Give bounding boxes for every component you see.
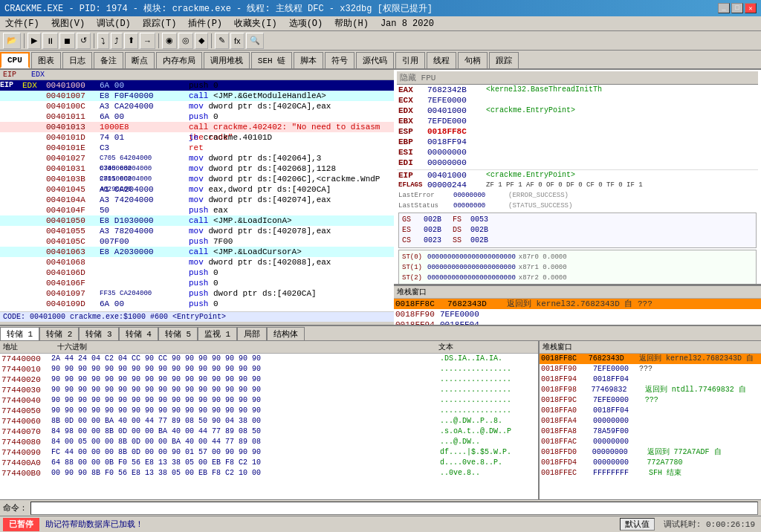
seg-es-val[interactable]: 002B — [424, 225, 450, 236]
menu-debug[interactable]: 调试(D) — [94, 16, 133, 30]
toolbar-step-over[interactable]: ⤴ — [111, 33, 123, 49]
toolbar-edit[interactable]: ✎ — [215, 33, 229, 49]
toolbar-stop[interactable]: ⏹ — [59, 33, 75, 49]
reg-esi[interactable]: ESI 00000000 — [397, 147, 758, 158]
toolbar-hw-bp[interactable]: ◎ — [178, 33, 193, 49]
tab-graph[interactable]: 图表 — [31, 52, 61, 68]
bottom-tab-local[interactable]: 局部 — [237, 327, 267, 340]
hex-row-5[interactable]: 77440050 90 90 90 90 90 90 90 90 90 90 9… — [0, 406, 538, 416]
maximize-button[interactable]: □ — [731, 3, 743, 13]
hex-row-2[interactable]: 77440020 90 90 90 90 90 90 90 90 90 90 9… — [0, 374, 538, 385]
toolbar-open[interactable]: 📂 — [3, 33, 21, 49]
disasm-row-15[interactable]: 0040105C 007F00 push 7F00 — [0, 236, 394, 247]
toolbar-restart[interactable]: ↺ — [77, 33, 91, 49]
disasm-row-5[interactable]: 0040101D 74 01 je crackme.40101D — [0, 132, 394, 143]
seg-gs-val[interactable]: 002B — [424, 215, 450, 225]
cmd-input[interactable] — [30, 502, 758, 515]
tab-trace[interactable]: 跟踪 — [489, 52, 519, 68]
disasm-row-21[interactable]: 0040109D 6A 00 push 0 — [0, 299, 394, 309]
tab-threads[interactable]: 线程 — [427, 52, 456, 68]
disasm-row-2[interactable]: 0040100C A3 CA204000 mov dword ptr ds:[4… — [0, 101, 394, 111]
reg-ebp[interactable]: EBP 0018FF94 — [397, 137, 758, 147]
menu-plugin[interactable]: 插件(P) — [186, 16, 224, 30]
hex-row-1[interactable]: 77440010 90 90 90 90 90 90 90 90 90 90 9… — [0, 364, 538, 374]
bottom-tab-dump5[interactable]: 转储 5 — [158, 327, 198, 340]
reg-edi[interactable]: EDI 00000000 — [397, 158, 758, 168]
reg-eax[interactable]: EAX 7682342B <kernel32.BaseThreadInitTh — [397, 85, 758, 95]
reg-eflags[interactable]: EFLAGS 00000244 ZF 1 PF 1 AF 0 OF 0 DF 0… — [397, 180, 758, 190]
reg-eflags-val[interactable]: 00000244 — [427, 180, 483, 190]
fpu-st1[interactable]: ST(1) 0000000000000000000000 x87r1 0.000… — [401, 262, 754, 273]
tab-callstack[interactable]: 调用堆栈 — [204, 52, 250, 68]
disasm-row-1[interactable]: 00401007 E8 F0F40000 call <JMP.&GetModul… — [0, 91, 394, 101]
menu-favorites[interactable]: 收藏夹(I) — [232, 16, 279, 30]
disasm-row-6[interactable]: 0040101E C3 ret — [0, 143, 394, 153]
seg-ss-val[interactable]: 002B — [470, 236, 488, 246]
disasm-row-13[interactable]: 00401050 E8 D1030000 call <JMP.&LoadIcon… — [0, 215, 394, 226]
fpu-st2-val[interactable]: 0000000000000000000000 — [427, 273, 516, 283]
fpu-st0[interactable]: ST(0) 0000000000000000000000 x87r0 0.000… — [401, 252, 754, 262]
menu-options[interactable]: 选项(O) — [287, 16, 326, 30]
disasm-row-0[interactable]: EIP EDX 00401000 6A 00 push 0 — [0, 80, 394, 91]
disasm-row-10[interactable]: 00401045 A1 CA204000 mov eax,dword ptr d… — [0, 184, 394, 195]
status-default[interactable]: 默认值 — [620, 518, 655, 531]
tab-log[interactable]: 日志 — [62, 52, 92, 68]
disasm-row-17[interactable]: 00401068 mov dword ptr ds:[402088],eax — [0, 257, 394, 267]
disasm-row-7[interactable]: 00401027 C705 64204000 03400000 mov dwor… — [0, 153, 394, 163]
reg-edx-val[interactable]: 00401000 — [427, 106, 483, 116]
seg-fs-val[interactable]: 0053 — [470, 215, 488, 225]
bottom-tab-dump4[interactable]: 转储 4 — [119, 327, 158, 340]
hex-row-8[interactable]: 77440080 84 00 05 00 00 8B 0D 00 00 BA 4… — [0, 437, 538, 447]
disasm-row-12[interactable]: 0040104F 50 push eax — [0, 205, 394, 215]
bottom-tab-dump2[interactable]: 转储 2 — [39, 327, 79, 340]
disasm-row-4[interactable]: 00401013 1000E8 call crackme.402402: "No… — [0, 122, 394, 132]
fpu-st2[interactable]: ST(2) 0000000000000000000000 x87r2 0.000… — [401, 273, 754, 283]
hex-row-4[interactable]: 77440040 90 90 90 90 90 90 90 90 90 90 9… — [0, 395, 538, 406]
hex-row-3[interactable]: 77440030 90 90 90 90 90 90 90 90 90 90 9… — [0, 385, 538, 395]
bottom-tab-dump3[interactable]: 转储 3 — [79, 327, 118, 340]
fpu-st1-val[interactable]: 0000000000000000000000 — [427, 262, 516, 273]
tab-script[interactable]: 脚本 — [294, 52, 323, 68]
reg-eax-val[interactable]: 7682342B — [427, 85, 483, 95]
tab-handles[interactable]: 句柄 — [458, 52, 488, 68]
tab-cpu[interactable]: CPU — [0, 52, 30, 68]
fpu-st0-val[interactable]: 0000000000000000000000 — [427, 252, 516, 262]
disasm-row-9[interactable]: 0040103B C705 6C204000 40296C00 mov dwor… — [0, 174, 394, 184]
stack-r-8[interactable]: 0018FFD0 00000000 返回到 772A7ADF 自 772A778… — [540, 447, 761, 458]
tab-breakpoints[interactable]: 断点 — [125, 52, 155, 68]
disasm-row-14[interactable]: 00401055 A3 78204000 mov dword ptr ds:[4… — [0, 226, 394, 236]
bottom-tab-dump1[interactable]: 转储 1 — [0, 327, 39, 340]
seg-cs[interactable]: CS 0023 SS 002B — [401, 236, 754, 246]
toolbar-pause[interactable]: ⏸ — [42, 33, 58, 49]
reg-ebp-val[interactable]: 0018FF94 — [427, 137, 483, 147]
stack-r-6[interactable]: 0018FFA8 78A59F00 — [540, 426, 761, 437]
hex-row-10[interactable]: 774400A0 64 88 00 00 0B F0 56 E8 13 38 0… — [0, 458, 538, 468]
seg-gs[interactable]: GS 002B FS 0053 — [401, 215, 754, 225]
tab-symbols[interactable]: 符号 — [325, 52, 354, 68]
bottom-tab-watch[interactable]: 监视 1 — [198, 327, 237, 340]
tab-source[interactable]: 源代码 — [356, 52, 394, 68]
tab-notes[interactable]: 备注 — [94, 52, 123, 68]
menu-trace[interactable]: 跟踪(T) — [140, 16, 179, 30]
tab-refs[interactable]: 引用 — [395, 52, 425, 68]
stack-row-selected[interactable]: 0018FF8C 7682343D 返回到 kernel32.7682343D … — [394, 299, 761, 309]
tab-seh[interactable]: SEH 链 — [251, 52, 292, 68]
tab-memory[interactable]: 内存布局 — [156, 52, 202, 68]
stack-r-1[interactable]: 0018FF94 0018FF04 — [540, 374, 761, 385]
disasm-row-11[interactable]: 0040104A A3 74204000 mov dword ptr ds:[4… — [0, 195, 394, 205]
hex-row-0[interactable]: 77440000 2A 44 24 04 C2 04 CC 90 CC 90 9… — [0, 354, 538, 364]
hex-row-7[interactable]: 77440070 84 98 00 00 8B 0D 00 00 BA 40 0… — [0, 426, 538, 437]
reg-esp-val[interactable]: 0018FF8C — [427, 126, 483, 137]
toolbar-mem-bp[interactable]: ◆ — [195, 33, 208, 49]
reg-eip[interactable]: EIP 00401000 <crackme.EntryPoint> — [397, 169, 758, 180]
menu-help[interactable]: 帮助(H) — [332, 16, 371, 30]
toolbar-step-out[interactable]: ⬆ — [124, 33, 138, 49]
toolbar-search[interactable]: 🔍 — [246, 33, 264, 49]
hex-row-9[interactable]: 77440090 FC 44 00 00 00 8B 0D 00 00 90 0… — [0, 447, 538, 458]
disasm-row-3[interactable]: 00401011 6A 00 push 0 — [0, 111, 394, 122]
toolbar-step-into[interactable]: ⤵ — [97, 33, 109, 49]
reg-eip-val[interactable]: 00401000 — [427, 170, 483, 180]
reg-ecx-val[interactable]: 7EFE0000 — [427, 95, 483, 106]
stack-r-5[interactable]: 0018FFA4 00000000 — [540, 416, 761, 426]
bottom-tab-struct[interactable]: 结构体 — [267, 327, 305, 340]
